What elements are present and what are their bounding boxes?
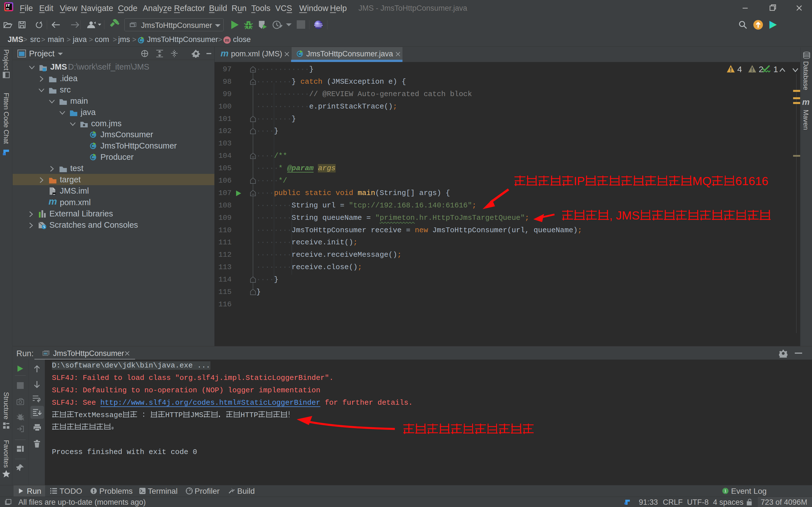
svg-text:m: m	[225, 38, 229, 43]
svg-text:1: 1	[724, 489, 726, 493]
